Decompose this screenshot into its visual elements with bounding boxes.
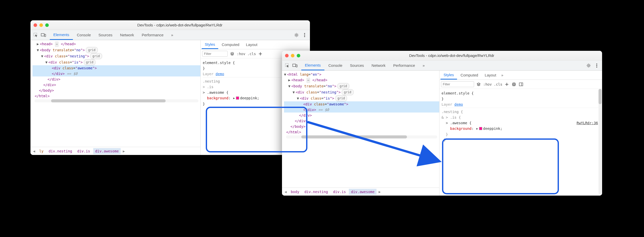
minimize-icon[interactable] — [291, 54, 294, 57]
elements-panel: ▶<head> ⋯ </head> ▼<body translate="no">… — [30, 40, 201, 155]
layers-icon[interactable] — [476, 82, 481, 87]
source-link[interactable]: RwYLRdr:36 — [577, 120, 598, 126]
plus-icon[interactable] — [504, 82, 509, 87]
print-icon[interactable] — [511, 82, 516, 87]
tab-more[interactable]: » — [168, 30, 177, 40]
chevron-right-icon[interactable]: ▶ — [122, 149, 126, 153]
css-value[interactable]: deeppink — [240, 96, 257, 100]
horizontal-scrollbar[interactable] — [35, 99, 198, 102]
breadcrumb-is[interactable]: div.is — [331, 189, 348, 195]
tab-elements[interactable]: Elements — [50, 30, 73, 40]
dom-tree[interactable]: ▶<head> ⋯ </head> ▼<body translate="no">… — [30, 40, 200, 147]
grid-badge[interactable]: grid — [342, 89, 354, 95]
cls-button[interactable]: .cls — [494, 82, 502, 86]
hov-button[interactable]: :hov — [237, 52, 245, 56]
close-icon[interactable] — [34, 23, 37, 27]
tab-performance[interactable]: Performance — [390, 60, 419, 70]
css-property[interactable]: background — [207, 96, 228, 100]
expand-triangle-icon[interactable]: ▶ — [233, 96, 235, 101]
tab-network[interactable]: Network — [117, 30, 138, 40]
breadcrumb-awesome[interactable]: div.awesome — [93, 148, 121, 154]
kebab-icon[interactable] — [301, 32, 308, 38]
breadcrumb-body[interactable]: body — [289, 189, 301, 195]
svg-rect-17 — [519, 83, 523, 86]
tab-console[interactable]: Console — [325, 60, 346, 70]
grid-badge[interactable]: grid — [335, 95, 347, 101]
color-swatch-icon[interactable] — [236, 97, 239, 100]
ellipsis-icon[interactable]: ⋯ — [306, 77, 310, 83]
main-toolbar: Elements Console Sources Network Perform… — [282, 60, 602, 71]
gear-icon[interactable] — [585, 62, 592, 69]
selected-dom-node[interactable]: <div class="awesome"> — [284, 101, 439, 107]
device-icon[interactable] — [292, 62, 298, 69]
gear-icon[interactable] — [293, 32, 300, 38]
zoom-icon[interactable] — [297, 54, 300, 57]
filter-input[interactable] — [202, 51, 228, 57]
vertical-scrollbar[interactable] — [599, 89, 602, 195]
breadcrumb-nesting[interactable]: div.nesting — [46, 148, 74, 154]
selected-dom-node[interactable]: <div class="awesome"> — [33, 65, 200, 71]
minimize-icon[interactable] — [39, 23, 43, 27]
expand-triangle-icon[interactable]: ▶ — [476, 126, 478, 132]
inspect-icon[interactable] — [33, 32, 39, 38]
breadcrumb-is[interactable]: div.is — [75, 148, 92, 154]
grid-badge[interactable]: grid — [337, 83, 349, 89]
dock-icon[interactable] — [519, 82, 524, 87]
ellipsis-icon[interactable]: ⋯ — [55, 41, 59, 47]
tab-elements[interactable]: Elements — [301, 60, 324, 70]
selector-nesting: .nesting { — [442, 110, 463, 114]
filter-input[interactable] — [441, 81, 474, 87]
css-value[interactable]: deeppink — [483, 127, 500, 131]
device-icon[interactable] — [40, 32, 47, 38]
kebab-icon[interactable] — [593, 62, 600, 69]
elements-panel: ▼<html lang="en"> ▶<head> ⋯ </head> ▼<bo… — [282, 71, 439, 196]
css-property[interactable]: background — [450, 127, 472, 131]
chevron-right-icon[interactable]: ▶ — [378, 190, 382, 194]
svg-point-3 — [296, 34, 297, 36]
zoom-icon[interactable] — [45, 23, 49, 27]
color-swatch-icon[interactable] — [479, 127, 482, 130]
grid-badge[interactable]: grid — [84, 59, 96, 65]
subtab-layout[interactable]: Layout — [482, 71, 499, 80]
subtab-computed[interactable]: Computed — [219, 40, 242, 49]
tab-sources[interactable]: Sources — [95, 30, 116, 40]
styles-subtabs: Styles Computed Layout — [201, 40, 310, 49]
devtools-window-right: DevTools - cdpn.io/web-dot-dev/fullpage/… — [282, 51, 602, 196]
breadcrumb-awesome[interactable]: div.awesome — [349, 189, 376, 195]
svg-rect-8 — [293, 64, 296, 67]
panel-tabs: Elements Console Sources Network Perform… — [301, 60, 584, 70]
dom-tree[interactable]: ▼<html lang="en"> ▶<head> ⋯ </head> ▼<bo… — [282, 71, 439, 187]
subtab-styles[interactable]: Styles — [441, 71, 457, 80]
main-toolbar: Elements Console Sources Network Perform… — [30, 30, 310, 40]
breadcrumb: ◀ body div.nesting div.is div.awesome ▶ — [282, 187, 439, 196]
grid-badge[interactable]: grid — [90, 53, 102, 59]
layer-link[interactable]: demo — [454, 102, 463, 106]
chevron-left-icon[interactable]: ◀ — [32, 149, 36, 153]
close-icon[interactable] — [285, 54, 289, 57]
inspect-icon[interactable] — [284, 62, 291, 69]
cls-button[interactable]: .cls — [247, 52, 256, 56]
breadcrumb-body[interactable]: ly — [37, 148, 45, 154]
window-title: DevTools - cdpn.io/web-dot-dev/fullpage/… — [53, 23, 307, 27]
titlebar: DevTools - cdpn.io/web-dot-dev/fullpage/… — [282, 51, 602, 60]
hov-button[interactable]: :hov — [483, 82, 492, 86]
subtab-styles[interactable]: Styles — [202, 40, 218, 49]
tab-sources[interactable]: Sources — [347, 60, 368, 70]
styles-rules[interactable]: element.style { } Layer demo RwYLRdr:36 … — [439, 89, 602, 196]
breadcrumb-nesting[interactable]: div.nesting — [302, 189, 330, 195]
horizontal-scrollbar[interactable] — [286, 135, 437, 138]
tab-console[interactable]: Console — [73, 30, 95, 40]
grid-badge[interactable]: grid — [86, 47, 98, 53]
layers-icon[interactable] — [230, 51, 235, 56]
subtab-more[interactable]: » — [500, 73, 505, 77]
breadcrumb: ◀ ly div.nesting div.is div.awesome ▶ — [30, 147, 200, 155]
svg-point-6 — [304, 36, 305, 37]
subtab-layout[interactable]: Layout — [243, 40, 260, 49]
tab-more[interactable]: » — [419, 60, 428, 70]
subtab-computed[interactable]: Computed — [458, 71, 481, 80]
layer-link[interactable]: demo — [216, 72, 224, 76]
plus-icon[interactable] — [258, 51, 263, 56]
chevron-left-icon[interactable]: ◀ — [284, 190, 288, 194]
tab-performance[interactable]: Performance — [138, 30, 167, 40]
tab-network[interactable]: Network — [368, 60, 389, 70]
